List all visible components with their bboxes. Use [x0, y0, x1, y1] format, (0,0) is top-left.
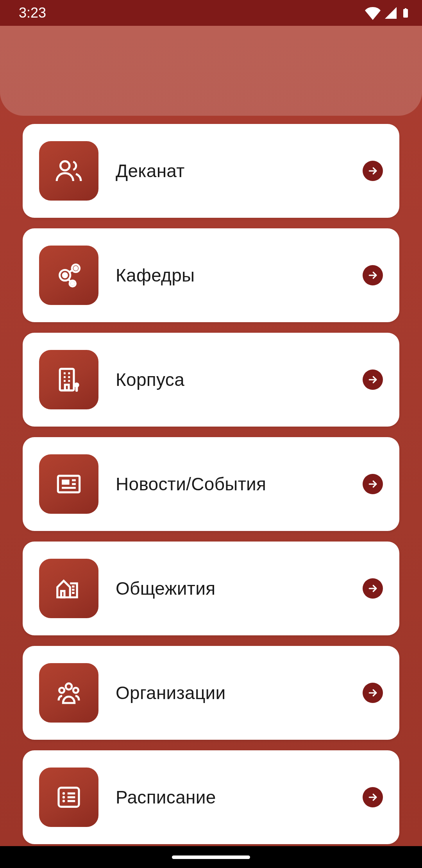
app-surface: Деканат [0, 26, 422, 846]
menu-item-label: Общежития [116, 578, 363, 599]
wifi-icon [365, 5, 381, 21]
svg-point-4 [74, 267, 77, 270]
menu-item-buildings[interactable]: Корпуса [23, 333, 399, 427]
menu-item-label: Деканат [116, 160, 363, 181]
arrow-right-icon [363, 265, 383, 285]
arrow-right-icon [363, 787, 383, 807]
status-time: 3:23 [19, 5, 46, 21]
svg-rect-8 [65, 385, 69, 390]
arrow-right-icon [363, 474, 383, 494]
menu-item-departments[interactable]: Кафедры [23, 228, 399, 322]
svg-point-0 [61, 161, 70, 170]
svg-point-6 [72, 282, 74, 285]
svg-point-19 [63, 800, 65, 803]
arrow-right-icon [363, 369, 383, 390]
list-box-icon [39, 768, 98, 827]
building-pin-icon [39, 350, 98, 409]
svg-rect-7 [60, 369, 74, 390]
menu-item-label: Новости/События [116, 473, 363, 495]
people-outline-icon [39, 141, 98, 201]
group-circle-icon [39, 663, 98, 723]
menu-item-schedule[interactable]: Расписание [23, 750, 399, 844]
device-screen: 3:23 [0, 0, 422, 868]
svg-point-14 [59, 688, 64, 693]
menu-item-dorms[interactable]: Общежития [23, 542, 399, 635]
menu-item-label: Расписание [116, 787, 363, 808]
home-indicator[interactable] [172, 855, 250, 859]
arrow-right-icon [363, 683, 383, 703]
svg-point-18 [63, 796, 65, 799]
svg-point-15 [73, 688, 78, 693]
arrow-right-icon [363, 578, 383, 599]
status-bar: 3:23 [0, 0, 422, 26]
battery-icon [401, 5, 410, 20]
cellular-icon [384, 6, 398, 20]
svg-point-2 [63, 273, 67, 277]
svg-rect-11 [62, 480, 70, 485]
houses-icon [39, 559, 98, 618]
menu-item-organizations[interactable]: Организации [23, 646, 399, 740]
newspaper-icon [39, 454, 98, 514]
arrow-right-icon [363, 161, 383, 181]
menu-item-label: Кафедры [116, 265, 363, 286]
menu-item-label: Корпуса [116, 369, 363, 390]
system-nav-bar [0, 846, 422, 868]
svg-point-17 [63, 792, 65, 795]
svg-point-13 [66, 683, 72, 690]
menu-list[interactable]: Деканат [0, 124, 422, 846]
status-indicators [365, 5, 410, 21]
menu-item-deanery[interactable]: Деканат [23, 124, 399, 218]
menu-item-label: Организации [116, 682, 363, 703]
header-banner [0, 26, 422, 116]
people-nodes-icon [39, 246, 98, 305]
svg-rect-12 [61, 591, 64, 597]
menu-item-news[interactable]: Новости/События [23, 437, 399, 531]
